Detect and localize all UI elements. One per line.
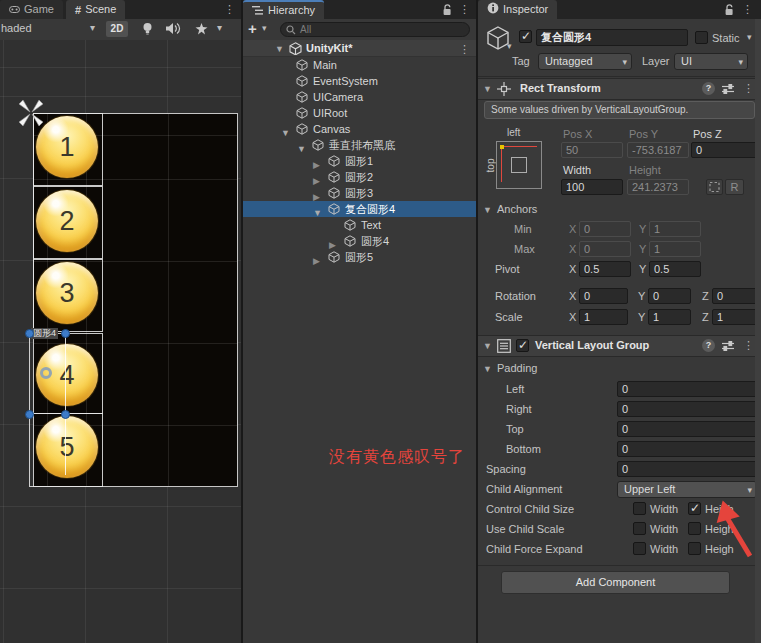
shading-caret-icon[interactable]: ▾ [90, 22, 95, 33]
active-checkbox[interactable] [519, 30, 532, 43]
vlg-presets-icon[interactable] [722, 341, 734, 351]
hierarchy-item-圆形5[interactable]: ▶圆形5 [243, 249, 476, 265]
scene-menu-icon[interactable]: ⋮ [224, 0, 235, 19]
pivot-x-field[interactable]: 0.5 [579, 261, 631, 277]
height-checkbox[interactable] [688, 542, 701, 555]
rect-transform-header[interactable]: ▼ Rect Transform ? ⋮ [478, 78, 761, 100]
circle-2[interactable]: 2 [36, 190, 98, 252]
pivot-handle[interactable] [40, 367, 52, 379]
hierarchy-item-label: Canvas [313, 121, 350, 137]
hierarchy-item-圆形4[interactable]: ▶圆形4 [243, 233, 476, 249]
circle-1[interactable]: 1 [36, 116, 98, 178]
rotation-x-field[interactable]: 0 [579, 288, 628, 304]
name-field[interactable]: 复合圆形4 [536, 29, 688, 46]
audio-icon[interactable] [165, 22, 181, 35]
padding-left-field[interactable]: 0 [617, 381, 757, 397]
height-checkbox[interactable] [688, 502, 701, 515]
lighting-icon[interactable] [141, 22, 154, 36]
shading-dropdown[interactable]: haded [1, 22, 32, 34]
width-field[interactable]: 100 [561, 179, 623, 195]
tab-hierarchy[interactable]: Hierarchy [243, 0, 324, 19]
help-icon[interactable]: ? [702, 82, 715, 95]
hierarchy-item-垂直排布黑底[interactable]: ▼垂直排布黑底 [243, 137, 476, 153]
effects-caret-icon[interactable]: ▾ [217, 22, 222, 33]
vlg-foldout-icon[interactable]: ▼ [483, 341, 492, 351]
rotation-y-field[interactable]: 0 [648, 288, 691, 304]
width-checkbox[interactable] [633, 522, 646, 535]
hierarchy-lock-icon[interactable] [442, 4, 453, 16]
inspector-menu-icon[interactable]: ⋮ [742, 0, 753, 19]
scale-y-field[interactable]: 1 [648, 309, 691, 325]
child-alignment-dropdown[interactable]: Upper Left▾ [617, 481, 757, 498]
tag-label: Tag [512, 55, 530, 67]
tab-game[interactable]: Game [0, 0, 63, 19]
circle-3[interactable]: 3 [36, 262, 98, 324]
hierarchy-item-Main[interactable]: Main [243, 57, 476, 73]
hierarchy-menu-icon[interactable]: ⋮ [459, 0, 470, 19]
hierarchy-item-圆形2[interactable]: ▶圆形2 [243, 169, 476, 185]
layer-dropdown[interactable]: UI▾ [674, 53, 748, 70]
tab-inspector[interactable]: Inspector [478, 0, 557, 19]
anchor-preset-button[interactable] [496, 141, 542, 189]
search-input[interactable]: All [280, 22, 470, 37]
hierarchy-item-EventSystem[interactable]: EventSystem [243, 73, 476, 89]
hierarchy-item-Text[interactable]: Text [243, 217, 476, 233]
vlg-menu-icon[interactable]: ⋮ [743, 336, 754, 355]
rect-transform-foldout-icon[interactable]: ▼ [483, 84, 492, 94]
padding-bottom-field[interactable]: 0 [617, 441, 757, 457]
static-checkbox[interactable] [695, 31, 708, 44]
root-foldout-icon[interactable]: ▼ [275, 44, 284, 54]
rect-transform-menu-icon[interactable]: ⋮ [743, 79, 754, 98]
add-component-button[interactable]: Add Component [501, 571, 730, 594]
static-label: Static [712, 32, 740, 44]
hierarchy-item-复合圆形4[interactable]: ▼复合圆形4 [243, 201, 476, 217]
vlg-enabled-checkbox[interactable] [516, 339, 529, 352]
hierarchy-item-UIRoot[interactable]: UIRoot [243, 105, 476, 121]
create-caret-icon[interactable]: ▾ [262, 23, 267, 33]
foldout-closed-icon[interactable]: ▶ [313, 253, 320, 269]
hierarchy-item-Canvas[interactable]: ▼Canvas [243, 121, 476, 137]
min-x-field: 0 [579, 221, 631, 237]
tab-scene[interactable]: #Scene [66, 0, 125, 19]
gameobject-cube-icon [344, 235, 356, 247]
vlg-header[interactable]: ▼ Vertical Layout Group ? ⋮ [478, 335, 761, 357]
scene-root-row[interactable]: ▼ UnityKit* ⋮ [243, 40, 476, 57]
gameobject-icon-caret[interactable]: ▾ [507, 41, 512, 51]
anchor-dot[interactable] [61, 410, 70, 419]
create-button[interactable]: + [248, 20, 257, 37]
toggle-2d-button[interactable]: 2D [106, 21, 128, 37]
static-caret-icon[interactable]: ▾ [747, 32, 752, 42]
pos-z-field[interactable]: 0 [691, 142, 757, 158]
padding-right-field[interactable]: 0 [617, 401, 757, 417]
scale-z-field[interactable]: 1 [712, 309, 757, 325]
min-label: Min [514, 223, 532, 235]
blueprint-mode-button[interactable] [706, 179, 723, 195]
hierarchy-item-圆形3[interactable]: ▶圆形3 [243, 185, 476, 201]
width-checkbox-label: Width [650, 543, 678, 555]
tag-dropdown[interactable]: Untagged▾ [538, 53, 632, 70]
effects-icon[interactable] [194, 22, 209, 36]
anchor-dot[interactable] [25, 329, 34, 338]
raw-edit-button[interactable]: R [725, 179, 744, 195]
anchor-dot[interactable] [25, 410, 34, 419]
height-checkbox[interactable] [688, 522, 701, 535]
rotation-z-field[interactable]: 0 [712, 288, 757, 304]
scene-viewport[interactable]: 12345 圆形4 [0, 40, 241, 643]
hierarchy-item-UICamera[interactable]: UICamera [243, 89, 476, 105]
anchor-gizmo-icon[interactable] [17, 99, 45, 127]
inspector-lock-icon[interactable] [724, 4, 735, 16]
pivot-y-field[interactable]: 0.5 [649, 261, 701, 277]
circle-5[interactable]: 5 [36, 416, 98, 478]
width-checkbox[interactable] [633, 502, 646, 515]
hierarchy-item-圆形1[interactable]: ▶圆形1 [243, 153, 476, 169]
anchor-dot[interactable] [61, 329, 70, 338]
padding-foldout-icon[interactable]: ▼ [483, 364, 492, 374]
padding-top-field[interactable]: 0 [617, 421, 757, 437]
scale-x-field[interactable]: 1 [579, 309, 628, 325]
spacing-field[interactable]: 0 [617, 461, 757, 477]
width-checkbox[interactable] [633, 542, 646, 555]
tab-hierarchy-label: Hierarchy [268, 4, 315, 16]
vlg-help-icon[interactable]: ? [702, 339, 715, 352]
presets-icon[interactable] [722, 84, 734, 94]
anchors-foldout-icon[interactable]: ▼ [483, 205, 492, 215]
